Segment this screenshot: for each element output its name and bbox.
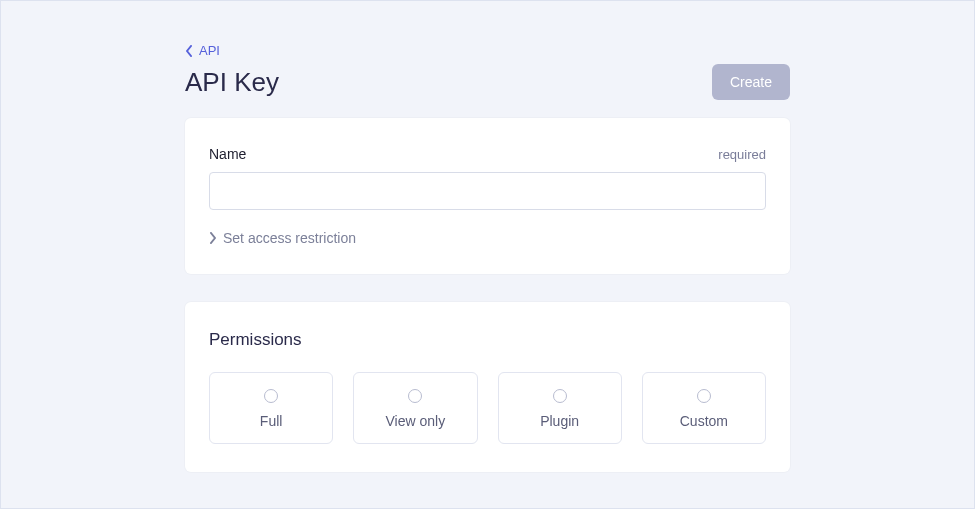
permissions-title: Permissions bbox=[209, 330, 766, 350]
page-title: API Key bbox=[185, 67, 279, 98]
chevron-right-icon bbox=[209, 232, 217, 244]
permission-label: Custom bbox=[680, 413, 728, 429]
permission-label: Full bbox=[260, 413, 283, 429]
permission-option-full[interactable]: Full bbox=[209, 372, 333, 444]
access-restriction-toggle[interactable]: Set access restriction bbox=[209, 230, 766, 246]
permission-label: Plugin bbox=[540, 413, 579, 429]
permission-option-view-only[interactable]: View only bbox=[353, 372, 477, 444]
breadcrumb[interactable]: API bbox=[185, 43, 790, 58]
required-tag: required bbox=[718, 147, 766, 162]
permission-label: View only bbox=[386, 413, 446, 429]
chevron-left-icon bbox=[185, 45, 193, 57]
create-button[interactable]: Create bbox=[712, 64, 790, 100]
radio-icon bbox=[697, 389, 711, 403]
radio-icon bbox=[553, 389, 567, 403]
radio-icon bbox=[408, 389, 422, 403]
name-card: Name required Set access restriction bbox=[185, 118, 790, 274]
breadcrumb-label: API bbox=[199, 43, 220, 58]
permissions-card: Permissions Full View only Plugin Custom bbox=[185, 302, 790, 472]
access-restriction-label: Set access restriction bbox=[223, 230, 356, 246]
radio-icon bbox=[264, 389, 278, 403]
name-label: Name bbox=[209, 146, 246, 162]
permission-option-custom[interactable]: Custom bbox=[642, 372, 766, 444]
name-input[interactable] bbox=[209, 172, 766, 210]
permission-option-plugin[interactable]: Plugin bbox=[498, 372, 622, 444]
